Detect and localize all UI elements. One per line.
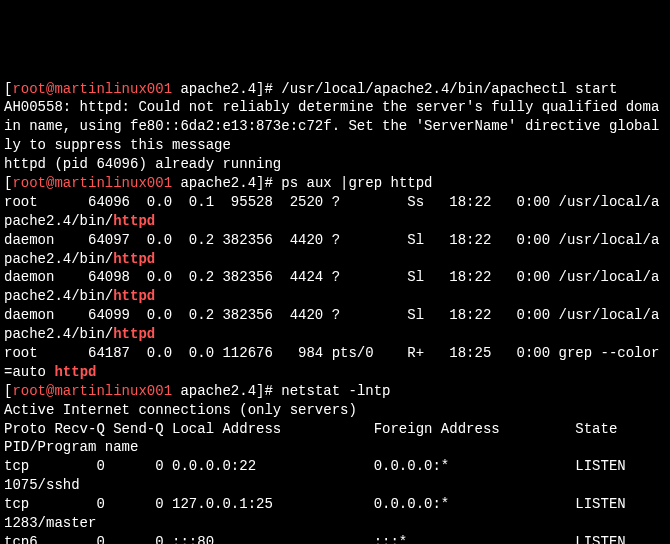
match-httpd: httpd [113,326,155,342]
match-httpd: httpd [54,364,96,380]
netstat-header-2: Proto Recv-Q Send-Q Local Address Foreig… [4,421,670,456]
ps-text: daemon 64097 0.0 0.2 382356 4420 ? Sl 18… [4,232,659,267]
match-httpd: httpd [113,288,155,304]
bracket-close: ]# [256,175,281,191]
bracket-close: ]# [256,383,281,399]
cwd: apache2.4 [180,81,256,97]
user-host: root@martinlinux001 [12,175,172,191]
output-warning: AH00558: httpd: Could not reliably deter… [4,99,659,153]
ps-text: daemon 64099 0.0 0.2 382356 4420 ? Sl 18… [4,307,659,342]
match-httpd: httpd [113,251,155,267]
command-1[interactable]: /usr/local/apache2.4/bin/apachectl start [281,81,617,97]
ps-text: daemon 64098 0.0 0.2 382356 4424 ? Sl 18… [4,269,659,304]
netstat-row-1: tcp 0 0 0.0.0.0:22 0.0.0.0:* LISTEN 1075… [4,458,670,493]
cwd: apache2.4 [180,383,256,399]
bracket-close: ]# [256,81,281,97]
ps-row-3: daemon 64098 0.0 0.2 382356 4424 ? Sl 18… [4,269,659,304]
ps-row-2: daemon 64097 0.0 0.2 382356 4420 ? Sl 18… [4,232,659,267]
prompt-1: [root@martinlinux001 apache2.4]# /usr/lo… [4,81,617,97]
ps-text: root 64096 0.0 0.1 95528 2520 ? Ss 18:22… [4,194,659,229]
prompt-3: [root@martinlinux001 apache2.4]# netstat… [4,383,391,399]
user-host: root@martinlinux001 [12,81,172,97]
ps-row-5: root 64187 0.0 0.0 112676 984 pts/0 R+ 1… [4,345,659,380]
output-running: httpd (pid 64096) already running [4,156,281,172]
ps-row-4: daemon 64099 0.0 0.2 382356 4420 ? Sl 18… [4,307,659,342]
command-3[interactable]: netstat -lntp [281,383,390,399]
netstat-row-2: tcp 0 0 127.0.0.1:25 0.0.0.0:* LISTEN 12… [4,496,670,531]
netstat-row-3: tcp6 0 0 :::80 :::* LISTEN 64096/httpd [4,534,670,544]
prompt-2: [root@martinlinux001 apache2.4]# ps aux … [4,175,433,191]
command-2[interactable]: ps aux |grep httpd [281,175,432,191]
cwd: apache2.4 [180,175,256,191]
match-httpd: httpd [113,213,155,229]
ps-text: root 64187 0.0 0.0 112676 984 pts/0 R+ 1… [4,345,659,380]
user-host: root@martinlinux001 [12,383,172,399]
ps-row-1: root 64096 0.0 0.1 95528 2520 ? Ss 18:22… [4,194,659,229]
netstat-header-1: Active Internet connections (only server… [4,402,357,418]
